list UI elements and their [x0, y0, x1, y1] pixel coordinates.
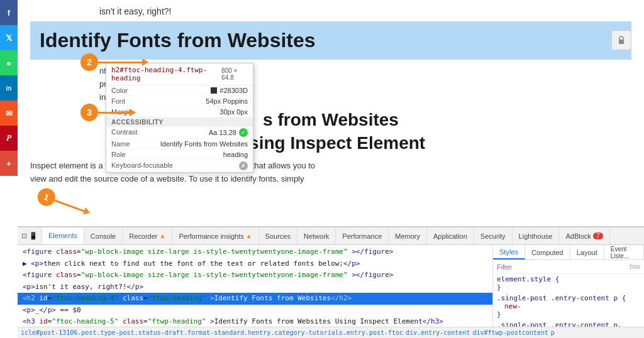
svg-rect-0	[619, 40, 624, 44]
devtools-line: <figure class="wp-block-image size-large…	[18, 270, 492, 281]
tab-lighthouse[interactable]: Lighthouse	[513, 227, 560, 244]
tooltip-keyboard-row: Keyboard-focusable ✗	[106, 160, 253, 172]
style-rule-1: .single-post .entry-content p { new- }	[497, 294, 640, 319]
style-rule-element: element.style { }	[497, 275, 640, 292]
email-button[interactable]: ✉	[0, 101, 18, 126]
tooltip-role-row: Role heading	[106, 150, 253, 160]
linkedin-button[interactable]: in	[0, 75, 18, 101]
devtools-line-selected[interactable]: <h2 id="ftoc-heading-4" class="ftwp-head…	[18, 293, 492, 305]
arrow-2-head	[142, 58, 148, 66]
breadcrumb-div-entry[interactable]: div.entry-content	[406, 329, 470, 336]
arrow-3-head	[130, 109, 136, 116]
tab-layout[interactable]: Layout	[570, 245, 604, 259]
devtools-panel: ⊡ 📱 Elements Console Recorder ▲ Performa…	[18, 226, 644, 338]
device-icon: 📱	[29, 232, 38, 240]
plus-button[interactable]: +	[0, 151, 18, 176]
arrow-2-container: 2	[80, 53, 148, 71]
social-sidebar: f 𝕏 ● in ✉ 𝑃 +	[0, 0, 18, 214]
tab-security[interactable]: Security	[474, 227, 513, 244]
devtools-line: ▶ <p>then click next to find out the fon…	[18, 258, 492, 270]
devtools-line: <h3 id="ftoc-heading-5" class="ftwp-head…	[18, 316, 492, 328]
arrow-3-label: 3	[80, 104, 98, 121]
filter-input[interactable]	[497, 263, 628, 271]
tooltip-contrast-row: Contrast Aa 13.28 ✓	[106, 127, 253, 139]
devtools-elements-panel: <figure class="wp-block-image size-large…	[18, 245, 493, 338]
tab-console[interactable]: Console	[84, 227, 123, 244]
main-content: isn't it easy, right?! Identify Fonts fr…	[18, 0, 644, 338]
main-heading: Identify Fonts from Websites	[40, 29, 622, 52]
intro-text: isn't it easy, right?!	[30, 6, 631, 16]
devtools-icons[interactable]: ⊡ 📱	[18, 227, 42, 244]
arrow-2-label: 2	[80, 53, 98, 71]
devtools-right-tabs: Styles Computed Layout Event Liste...	[493, 245, 644, 260]
tab-styles[interactable]: Styles	[493, 245, 525, 259]
lock-icon	[611, 30, 631, 50]
tab-recorder[interactable]: Recorder ▲	[123, 227, 172, 244]
cursor-icon: ⊡	[21, 232, 27, 240]
x-icon: ✗	[239, 161, 248, 170]
whatsapp-button[interactable]: ●	[0, 50, 18, 75]
arrow-2-line	[98, 62, 142, 63]
breadcrumb-article[interactable]: icle#post-13106.post.type-post.status-dr…	[21, 329, 403, 336]
devtools-body: <figure class="wp-block-image size-large…	[18, 245, 644, 338]
devtools-styles-panel: Styles Computed Layout Event Liste... :h…	[493, 245, 644, 338]
tooltip-name-row: Name Identify Fonts from Websites	[106, 139, 253, 150]
styles-filter: :hov	[493, 260, 644, 274]
tab-sources[interactable]: Sources	[259, 227, 297, 244]
tab-network[interactable]: Network	[297, 227, 336, 244]
tooltip-size: 800 × 64.8	[221, 67, 248, 81]
pinterest-button[interactable]: 𝑃	[0, 126, 18, 151]
tab-memory[interactable]: Memory	[389, 227, 427, 244]
tab-performance[interactable]: Performance	[336, 227, 389, 244]
tab-application[interactable]: Application	[427, 227, 474, 244]
breadcrumb-div-ftwp[interactable]: div#ftwp-postcontent	[472, 329, 493, 336]
arrow-1-line	[54, 199, 84, 212]
tab-event-listeners[interactable]: Event Liste...	[604, 245, 644, 259]
color-swatch	[211, 87, 217, 94]
tab-computed[interactable]: Computed	[525, 245, 570, 259]
devtools-line: <p>isn't it easy, right?!</p>	[18, 281, 492, 293]
twitter-button[interactable]: 𝕏	[0, 25, 18, 50]
devtools-breadcrumb: icle#post-13106.post.type-post.status-dr…	[18, 327, 493, 338]
check-icon: ✓	[239, 128, 248, 137]
facebook-button[interactable]: f	[0, 0, 18, 25]
tab-performance-insights[interactable]: Performance insights ▲	[172, 227, 258, 244]
arrow-3-line	[98, 112, 130, 114]
filter-pseudo: :hov	[628, 263, 640, 270]
devtools-tabs: ⊡ 📱 Elements Console Recorder ▲ Performa…	[18, 227, 644, 245]
bottom-text-2: view and edit the source code of a websi…	[30, 173, 619, 186]
tooltip-color-row: Color #28303D	[106, 85, 253, 96]
arrow-3-container: 3	[80, 104, 136, 121]
devtools-line: <figure class="wp-block-image size-large…	[18, 246, 492, 258]
devtools-line: <p>_</p> == $0	[18, 305, 492, 317]
tab-adblock[interactable]: AdBlock 7	[559, 227, 609, 244]
tab-elements[interactable]: Elements	[42, 227, 84, 244]
